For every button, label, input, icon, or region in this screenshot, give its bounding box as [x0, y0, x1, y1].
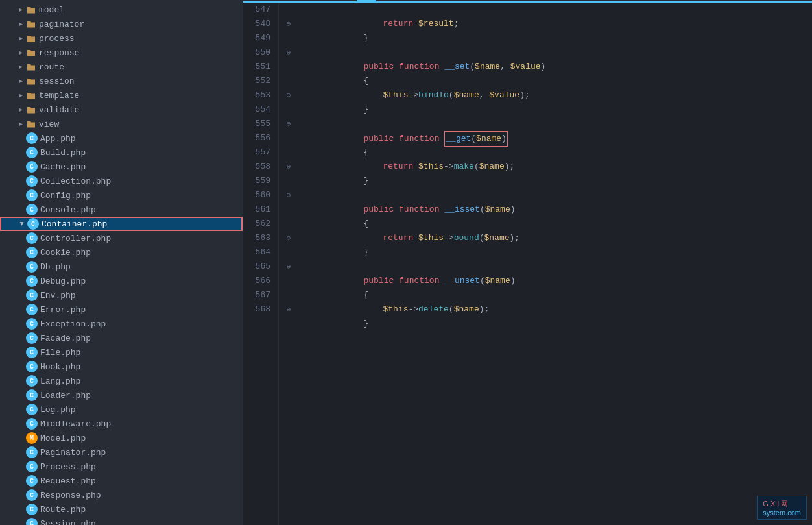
file-icon: C: [26, 375, 38, 387]
no-arrow: [16, 276, 26, 286]
file-cache[interactable]: C Cache.php: [0, 160, 243, 174]
folder-session[interactable]: session: [0, 74, 243, 88]
fold-icon[interactable]: ⊖: [287, 160, 291, 174]
no-arrow: [16, 347, 26, 358]
code-line-560: public function __isset($name): [304, 188, 812, 202]
fold-icon[interactable]: ⊖: [287, 260, 291, 274]
fold-icon[interactable]: ⊖: [287, 45, 291, 60]
file-env[interactable]: C Env.php: [0, 288, 243, 302]
folder-validate[interactable]: validate: [0, 103, 243, 117]
folder-process[interactable]: process: [0, 31, 243, 45]
file-icon: C: [26, 189, 38, 201]
no-arrow: [16, 133, 26, 143]
fold-icon[interactable]: ⊖: [287, 88, 291, 103]
file-icon: C: [27, 218, 39, 230]
no-arrow: [16, 262, 26, 272]
file-hook[interactable]: C Hook.php: [0, 360, 243, 374]
code-gutter: ⊖ ⊖ ⊖ ⊖ ⊖ ⊖ ⊖ ⊖ ⊖: [279, 3, 298, 525]
no-arrow: [16, 304, 26, 315]
folder-template[interactable]: template: [0, 88, 243, 103]
file-icon: C: [26, 461, 38, 472]
file-cookie[interactable]: C Cookie.php: [0, 245, 243, 260]
no-arrow: [16, 476, 26, 486]
file-app[interactable]: C App.php: [0, 131, 243, 145]
file-paginator[interactable]: C Paginator.php: [0, 445, 243, 459]
no-arrow: [16, 333, 26, 343]
code-line-554: [304, 103, 812, 117]
file-config[interactable]: C Config.php: [0, 188, 243, 202]
folder-paginator[interactable]: paginator: [0, 17, 243, 31]
code-line-562: return $this->bound($name);: [304, 217, 812, 231]
file-request[interactable]: C Request.php: [0, 474, 243, 488]
file-icon: C: [26, 318, 38, 330]
folder-view[interactable]: view: [0, 117, 243, 131]
file-response[interactable]: C Response.php: [0, 488, 243, 502]
file-collection[interactable]: C Collection.php: [0, 174, 243, 188]
file-model[interactable]: M Model.php: [0, 431, 243, 445]
file-label: Model.php: [40, 433, 86, 443]
file-route[interactable]: C Route.php: [0, 502, 243, 517]
file-facade[interactable]: C Facade.php: [0, 331, 243, 345]
file-label: Response.php: [40, 491, 101, 500]
code-line-555: public function __get($name): [304, 117, 812, 131]
no-arrow: [16, 461, 26, 472]
file-label: Error.php: [40, 305, 86, 315]
file-icon: C: [26, 332, 38, 344]
file-console[interactable]: C Console.php: [0, 202, 243, 217]
file-icon: C: [26, 161, 38, 173]
no-arrow: [16, 504, 26, 515]
code-editor[interactable]: 547 548 549 550 551 552 553 554 555 556 …: [243, 0, 812, 525]
file-session[interactable]: C Session.php: [0, 517, 243, 525]
no-arrow: [16, 247, 26, 258]
scroll-indicator: [357, 0, 376, 3]
file-controller[interactable]: C Controller.php: [0, 231, 243, 245]
file-icon: C: [26, 475, 38, 487]
file-label: Request.php: [40, 476, 96, 486]
file-icon: C: [26, 489, 38, 501]
folder-model[interactable]: model: [0, 3, 243, 17]
file-label: Container.php: [42, 219, 107, 229]
folder-arrow: [16, 90, 26, 101]
watermark-subtext: system.com: [763, 509, 801, 517]
file-label: File.php: [40, 348, 80, 358]
file-exception[interactable]: C Exception.php: [0, 317, 243, 331]
file-loader[interactable]: C Loader.php: [0, 388, 243, 402]
code-line-552: $this->bindTo($name, $value);: [304, 74, 812, 88]
no-arrow: [16, 319, 26, 329]
folder-icon: [26, 33, 36, 43]
file-icon: C: [26, 132, 38, 144]
file-db[interactable]: C Db.php: [0, 260, 243, 274]
file-debug[interactable]: C Debug.php: [0, 274, 243, 288]
file-icon: C: [26, 147, 38, 158]
file-icon: C: [26, 389, 38, 401]
fold-icon[interactable]: ⊖: [287, 302, 291, 317]
file-file[interactable]: C File.php: [0, 345, 243, 360]
folder-arrow: [16, 19, 26, 29]
file-build[interactable]: C Build.php: [0, 145, 243, 160]
fold-icon[interactable]: ⊖: [287, 231, 291, 245]
file-label: App.php: [40, 134, 76, 143]
folder-label: template: [39, 91, 79, 101]
file-icon: C: [26, 347, 38, 358]
code-line-567: $this->delete($name);: [304, 288, 812, 302]
fold-icon[interactable]: ⊖: [287, 17, 291, 31]
file-error[interactable]: C Error.php: [0, 302, 243, 317]
file-middleware[interactable]: C Middleware.php: [0, 417, 243, 431]
file-icon: C: [26, 418, 38, 430]
file-lang[interactable]: C Lang.php: [0, 374, 243, 388]
file-process[interactable]: C Process.php: [0, 459, 243, 474]
no-arrow: [16, 390, 26, 400]
file-tree: model paginator process response route: [0, 0, 243, 525]
folder-response[interactable]: response: [0, 45, 243, 60]
file-log[interactable]: C Log.php: [0, 402, 243, 417]
fold-icon[interactable]: ⊖: [287, 188, 291, 202]
file-label: Exception.php: [40, 319, 106, 329]
code-line-564: [304, 245, 812, 260]
file-container[interactable]: C Container.php: [0, 217, 243, 231]
folder-icon: [26, 5, 36, 15]
no-arrow: [16, 190, 26, 201]
no-arrow: [16, 447, 26, 458]
file-label: Loader.php: [40, 391, 91, 400]
fold-icon[interactable]: ⊖: [287, 117, 291, 131]
folder-route[interactable]: route: [0, 60, 243, 74]
